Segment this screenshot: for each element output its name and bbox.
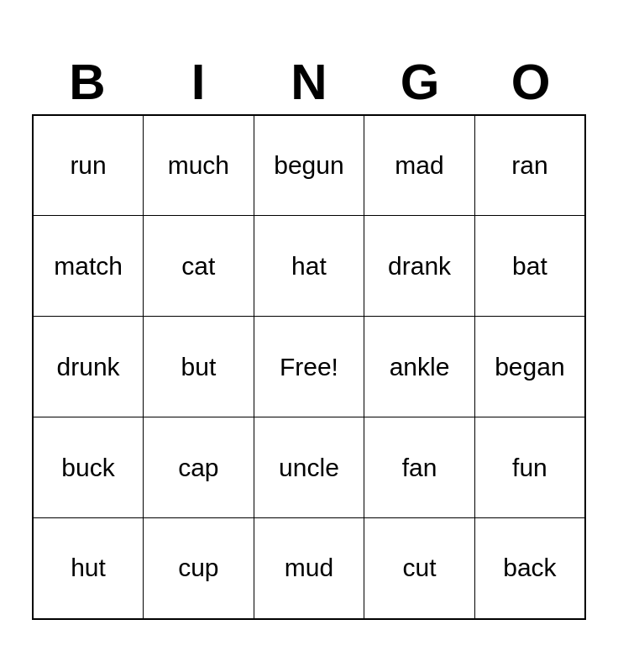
cell-1-0[interactable]: match (33, 216, 144, 317)
cell-3-2[interactable]: uncle (254, 417, 364, 518)
cell-1-4[interactable]: bat (474, 216, 585, 317)
cell-3-4[interactable]: fun (474, 417, 585, 518)
table-row: matchcathatdrankbat (33, 216, 585, 317)
cell-2-1[interactable]: but (144, 317, 254, 417)
cell-4-4[interactable]: back (474, 518, 585, 619)
cell-0-3[interactable]: mad (364, 115, 475, 216)
cell-3-0[interactable]: buck (33, 417, 144, 518)
cell-2-3[interactable]: ankle (364, 317, 475, 417)
table-row: hutcupmudcutback (33, 518, 585, 619)
cell-4-2[interactable]: mud (254, 518, 364, 619)
letter-o: O (475, 53, 586, 111)
bingo-header: B I N G O (32, 53, 586, 111)
bingo-card: B I N G O runmuchbegunmadranmatchcathatd… (15, 36, 603, 637)
cell-0-1[interactable]: much (144, 115, 254, 216)
letter-n: N (254, 53, 364, 111)
letter-g: G (364, 53, 475, 111)
cell-2-2[interactable]: Free! (254, 317, 364, 417)
cell-2-0[interactable]: drunk (33, 317, 144, 417)
cell-2-4[interactable]: began (474, 317, 585, 417)
bingo-grid: runmuchbegunmadranmatchcathatdrankbatdru… (32, 114, 586, 620)
cell-0-4[interactable]: ran (474, 115, 585, 216)
cell-1-1[interactable]: cat (144, 216, 254, 317)
table-row: drunkbutFree!anklebegan (33, 317, 585, 417)
cell-3-3[interactable]: fan (364, 417, 475, 518)
cell-4-0[interactable]: hut (33, 518, 144, 619)
cell-0-0[interactable]: run (33, 115, 144, 216)
cell-4-1[interactable]: cup (144, 518, 254, 619)
letter-i: I (143, 53, 254, 111)
cell-3-1[interactable]: cap (144, 417, 254, 518)
table-row: buckcapunclefanfun (33, 417, 585, 518)
letter-b: B (32, 53, 143, 111)
cell-1-2[interactable]: hat (254, 216, 364, 317)
cell-0-2[interactable]: begun (254, 115, 364, 216)
cell-1-3[interactable]: drank (364, 216, 475, 317)
cell-4-3[interactable]: cut (364, 518, 475, 619)
table-row: runmuchbegunmadran (33, 115, 585, 216)
